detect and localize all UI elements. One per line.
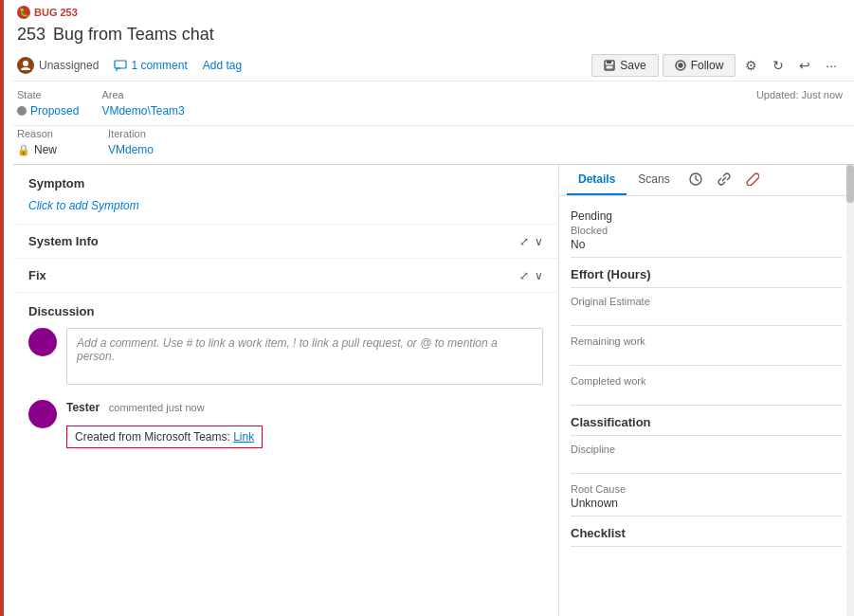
tab-scans[interactable]: Scans	[627, 165, 681, 195]
remaining-work-group: Remaining work	[571, 335, 843, 366]
state-label: State	[17, 89, 79, 100]
iteration-label: Iteration	[108, 128, 154, 139]
work-item-number: 253	[17, 25, 45, 45]
effort-divider	[571, 287, 843, 288]
system-info-toggle-button[interactable]: ∨	[535, 235, 543, 248]
scrollbar-thumb	[846, 165, 854, 203]
reason-label: Reason	[17, 128, 57, 139]
discipline-value[interactable]	[571, 457, 843, 474]
root-cause-value[interactable]: Unknown	[571, 497, 843, 516]
assigned-user-label: Unassigned	[39, 59, 99, 72]
checklist-header: Checklist	[571, 526, 843, 540]
svg-rect-4	[606, 65, 613, 69]
right-panel-content: Pending Blocked No Effort (Hours) Origin…	[559, 196, 854, 562]
iteration-value[interactable]: VMdemo	[108, 143, 154, 156]
left-accent	[0, 0, 4, 616]
right-panel-scrollbar[interactable]	[846, 165, 854, 616]
save-label: Save	[620, 59, 645, 72]
svg-point-0	[23, 61, 28, 66]
bug-prefix: BUG 253	[34, 7, 78, 18]
blocked-value[interactable]: No	[571, 238, 843, 258]
current-user-avatar	[28, 328, 57, 356]
comment-count: 1 comment	[131, 59, 187, 72]
fix-expand-button[interactable]: ⤢	[519, 269, 529, 282]
original-estimate-group: Original Estimate	[571, 296, 843, 326]
state-value: Proposed	[30, 104, 79, 118]
tab-bar: Details Scans	[559, 165, 854, 196]
follow-label: Follow	[691, 59, 724, 72]
assigned-user[interactable]: Unassigned	[17, 57, 99, 74]
link-icon-button[interactable]	[710, 167, 738, 194]
area-label: Area	[101, 89, 184, 100]
classification-header: Classification	[571, 415, 843, 429]
system-info-title: System Info	[28, 234, 99, 248]
comment-link[interactable]: Link	[233, 430, 254, 444]
pending-label: Pending	[571, 204, 843, 225]
bug-icon: 🐛	[17, 6, 30, 19]
checklist-divider	[571, 546, 843, 547]
fix-section: Fix ⤢ ∨	[13, 259, 558, 293]
discipline-label: Discipline	[571, 444, 843, 455]
system-info-section: System Info ⤢ ∨	[13, 225, 558, 259]
attachment-icon-button[interactable]	[738, 167, 767, 194]
effort-header: Effort (Hours)	[571, 267, 843, 281]
completed-work-label: Completed work	[571, 375, 843, 387]
bug-label: 🐛 BUG 253	[17, 6, 78, 19]
history-icon-button[interactable]	[681, 167, 710, 194]
svg-rect-3	[607, 61, 611, 63]
system-info-expand-button[interactable]: ⤢	[519, 235, 529, 248]
undo-button[interactable]: ↩	[793, 54, 816, 77]
work-item-title[interactable]: Bug from Teams chat	[53, 25, 214, 45]
reason-value-container[interactable]: 🔒 New	[17, 143, 57, 156]
right-panel: Details Scans	[559, 165, 854, 616]
updated-label: Updated: Just now	[756, 89, 843, 100]
add-tag-link[interactable]: Add tag	[203, 59, 242, 72]
lock-icon: 🔒	[17, 144, 30, 156]
symptom-placeholder[interactable]: Click to add Symptom	[28, 199, 139, 212]
fix-toggle-button[interactable]: ∨	[535, 269, 543, 282]
blocked-label: Blocked	[571, 225, 843, 236]
svg-rect-1	[115, 61, 126, 68]
completed-work-group: Completed work	[571, 375, 843, 406]
original-estimate-value[interactable]	[571, 309, 843, 326]
discussion-section: Discussion Add a comment. Use # to link …	[13, 293, 558, 460]
remaining-work-label: Remaining work	[571, 335, 843, 347]
tab-details[interactable]: Details	[567, 165, 627, 195]
symptom-title: Symptom	[28, 176, 543, 190]
root-cause-label: Root Cause	[571, 483, 843, 495]
svg-point-6	[679, 63, 682, 67]
completed-work-value[interactable]	[571, 389, 843, 406]
settings-button[interactable]: ⚙	[739, 54, 763, 77]
save-button[interactable]: Save	[591, 54, 658, 77]
area-value[interactable]: VMdemo\Team3	[101, 104, 184, 118]
more-options-button[interactable]: ···	[820, 54, 843, 77]
comment-time: commented just now	[109, 402, 205, 413]
refresh-button[interactable]: ↻	[767, 54, 790, 77]
root-cause-group: Root Cause Unknown	[571, 483, 843, 516]
comment-content: Tester commented just now Created from M…	[66, 400, 543, 448]
remaining-work-value[interactable]	[571, 349, 843, 366]
comment-input[interactable]: Add a comment. Use # to link a work item…	[66, 328, 543, 385]
symptom-section: Symptom Click to add Symptom	[13, 165, 558, 225]
comment-text: Created from Microsoft Teams: Link	[66, 426, 263, 448]
state-value-container[interactable]: Proposed	[17, 104, 79, 118]
classification-divider	[571, 435, 843, 436]
comment-author: Tester	[66, 401, 100, 414]
fix-title: Fix	[28, 268, 46, 282]
reason-value: New	[34, 143, 57, 156]
blocked-field-group: Blocked No	[571, 225, 843, 258]
unassigned-avatar	[17, 57, 34, 74]
commenter-avatar	[28, 400, 57, 428]
comment-entry: Tester commented just now Created from M…	[28, 400, 543, 448]
original-estimate-label: Original Estimate	[571, 296, 843, 307]
follow-button[interactable]: Follow	[663, 54, 736, 77]
comment-input-area: Add a comment. Use # to link a work item…	[28, 328, 543, 385]
add-tag-label: Add tag	[203, 59, 242, 72]
comment-link[interactable]: 1 comment	[114, 59, 187, 72]
discipline-group: Discipline	[571, 444, 843, 474]
discussion-title: Discussion	[28, 304, 543, 318]
